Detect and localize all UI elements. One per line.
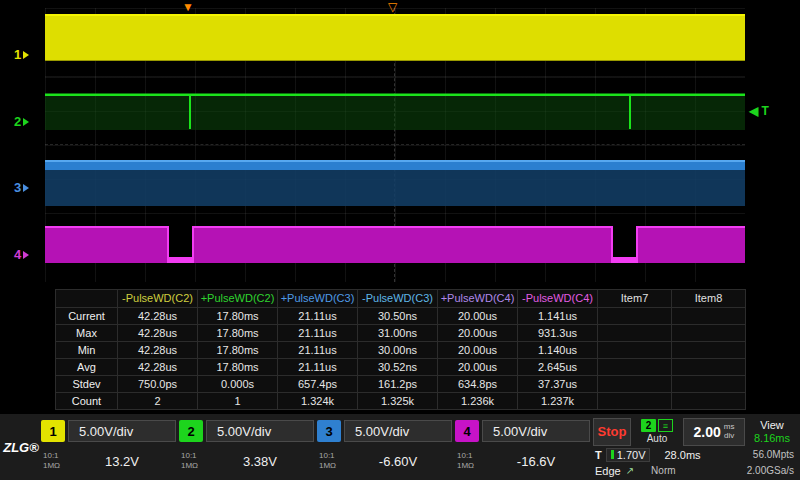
column-header: +PulseWD(C2) bbox=[198, 290, 278, 308]
channel1-control[interactable]: 1 5.00V/div 10:1 1MΩ 13.2V bbox=[41, 418, 176, 477]
measurement-value: 30.00ns bbox=[358, 342, 438, 359]
channel3-label: 3 bbox=[14, 180, 21, 195]
measurement-value: 20.00us bbox=[438, 359, 518, 376]
table-row: Current 42.28us 17.80ms 21.11us 30.50ns … bbox=[56, 308, 746, 325]
measurement-header-row: -PulseWD(C2) +PulseWD(C2) +PulseWD(C3) -… bbox=[56, 290, 746, 308]
measurement-value: 17.80ms bbox=[198, 342, 278, 359]
channel2-badge: 2 bbox=[179, 420, 203, 442]
status-bar: ZLG® 1 5.00V/div 10:1 1MΩ 13.2V 2 5.00V/… bbox=[0, 413, 800, 480]
measurement-value: 21.11us bbox=[278, 359, 358, 376]
channel4-ground-marker[interactable]: 4 bbox=[14, 247, 44, 262]
measurement-value: 1.141us bbox=[518, 308, 598, 325]
table-row: Avg 42.28us 17.80ms 21.11us 30.52ns 20.0… bbox=[56, 359, 746, 376]
row-label: Avg bbox=[56, 359, 118, 376]
measurement-value bbox=[672, 376, 746, 393]
row-label: Min bbox=[56, 342, 118, 359]
trigger-level-icon bbox=[611, 450, 614, 459]
row-label: Stdev bbox=[56, 376, 118, 393]
edge-slope-icon: ↗ bbox=[626, 465, 634, 476]
measurement-value: 17.80ms bbox=[198, 359, 278, 376]
measurement-value: 30.50ns bbox=[358, 308, 438, 325]
channel4-scale: 5.00V/div bbox=[482, 420, 590, 442]
waveform-display: 1 2 3 4 ▼ ▽ ◀ T bbox=[0, 0, 800, 288]
column-header: -PulseWD(C3) bbox=[358, 290, 438, 308]
table-row: Count 2 1 1.324k 1.325k 1.236k 1.237k bbox=[56, 393, 746, 410]
trigger-mode: Auto bbox=[647, 433, 668, 444]
trigger-level-marker[interactable]: ◀ T bbox=[749, 104, 769, 118]
row-label: Max bbox=[56, 325, 118, 342]
channel1-trace bbox=[45, 14, 745, 61]
channel1-scale: 5.00V/div bbox=[68, 420, 176, 442]
timebase-unit: ms div bbox=[724, 423, 735, 440]
measurement-value: 1.140us bbox=[518, 342, 598, 359]
trigger-type: Edge bbox=[593, 465, 621, 477]
channel4-ground-arrow-icon bbox=[23, 251, 29, 259]
measurement-value: 20.00us bbox=[438, 342, 518, 359]
measurement-value: 657.4ps bbox=[278, 376, 358, 393]
trigger-position-marker-icon[interactable]: ▽ bbox=[388, 1, 397, 13]
measurement-value bbox=[598, 376, 672, 393]
measurement-value: 1.324k bbox=[278, 393, 358, 410]
measurement-value: 31.00ns bbox=[358, 325, 438, 342]
measurement-value: 42.28us bbox=[118, 359, 198, 376]
run-stop-button[interactable]: Stop bbox=[593, 418, 631, 446]
trigger-source-badge: 2 bbox=[641, 419, 656, 432]
channel3-scale: 5.00V/div bbox=[344, 420, 452, 442]
measurement-table: -PulseWD(C2) +PulseWD(C2) +PulseWD(C3) -… bbox=[55, 289, 745, 407]
timebase-value: 2.00 bbox=[694, 424, 721, 440]
measurement-value bbox=[598, 359, 672, 376]
measurement-value bbox=[598, 308, 672, 325]
measurement-value: 161.2ps bbox=[358, 376, 438, 393]
measurement-value bbox=[598, 325, 672, 342]
trigger-delay-marker-icon[interactable]: ▼ bbox=[182, 1, 194, 13]
channel1-offset: 13.2V bbox=[68, 445, 176, 477]
view-indicator[interactable]: View 8.16ms bbox=[748, 418, 796, 446]
channel2-offset: 3.38V bbox=[206, 445, 314, 477]
channel3-ground-marker[interactable]: 3 bbox=[14, 180, 44, 195]
measurement-value bbox=[598, 393, 672, 410]
measurement-value: 42.28us bbox=[118, 325, 198, 342]
brand-logo: ZLG® bbox=[4, 418, 38, 477]
timebase-control[interactable]: 2.00 ms div bbox=[683, 418, 745, 446]
horizontal-delay: 28.0ms bbox=[664, 449, 700, 461]
trigger-level-control[interactable]: 1.70V bbox=[606, 448, 651, 462]
channel2-label: 2 bbox=[14, 114, 21, 129]
channel2-ground-marker[interactable]: 2 bbox=[14, 114, 44, 129]
table-row: Stdev 750.0ps 0.000s 657.4ps 161.2ps 634… bbox=[56, 376, 746, 393]
measurement-value bbox=[672, 342, 746, 359]
channel2-trace bbox=[45, 94, 745, 131]
measurement-value: 42.28us bbox=[118, 342, 198, 359]
table-row: Max 42.28us 17.80ms 21.11us 31.00ns 20.0… bbox=[56, 325, 746, 342]
trigger-source-control[interactable]: 2 ≡ Auto bbox=[634, 418, 680, 446]
channel2-control[interactable]: 2 5.00V/div 10:1 1MΩ 3.38V bbox=[179, 418, 314, 477]
column-header: Item7 bbox=[598, 290, 672, 308]
channel3-probe-info: 10:1 1MΩ bbox=[317, 445, 341, 477]
channel1-ground-marker[interactable]: 1 bbox=[14, 47, 44, 62]
channel4-trace bbox=[45, 224, 745, 263]
measurement-value: 20.00us bbox=[438, 308, 518, 325]
acquisition-cluster: Stop 2 ≡ Auto 2.00 ms div View 8.16ms bbox=[593, 418, 796, 477]
sample-rate: 2.00GSa/s bbox=[747, 465, 796, 476]
measurement-value: 17.80ms bbox=[198, 308, 278, 325]
table-row: Min 42.28us 17.80ms 21.11us 30.00ns 20.0… bbox=[56, 342, 746, 359]
measurement-value: 750.0ps bbox=[118, 376, 198, 393]
channel1-badge: 1 bbox=[41, 420, 65, 442]
column-header: -PulseWD(C2) bbox=[118, 290, 198, 308]
view-time: 8.16ms bbox=[754, 432, 790, 445]
channel4-probe-info: 10:1 1MΩ bbox=[455, 445, 479, 477]
measurement-value: 1 bbox=[198, 393, 278, 410]
channel3-ground-arrow-icon bbox=[23, 184, 29, 192]
channel3-control[interactable]: 3 5.00V/div 10:1 1MΩ -6.60V bbox=[317, 418, 452, 477]
measurement-value: 1.325k bbox=[358, 393, 438, 410]
channel4-label: 4 bbox=[14, 247, 21, 262]
channel2-ground-arrow-icon bbox=[23, 118, 29, 126]
measurement-value: 21.11us bbox=[278, 325, 358, 342]
channel1-ground-arrow-icon bbox=[23, 51, 29, 59]
channel4-badge: 4 bbox=[455, 420, 479, 442]
channel4-control[interactable]: 4 5.00V/div 10:1 1MΩ -16.6V bbox=[455, 418, 590, 477]
row-label: Count bbox=[56, 393, 118, 410]
column-header: Item8 bbox=[672, 290, 746, 308]
channel2-probe-info: 10:1 1MΩ bbox=[179, 445, 203, 477]
measurement-value: 2.645us bbox=[518, 359, 598, 376]
measurement-value bbox=[672, 359, 746, 376]
